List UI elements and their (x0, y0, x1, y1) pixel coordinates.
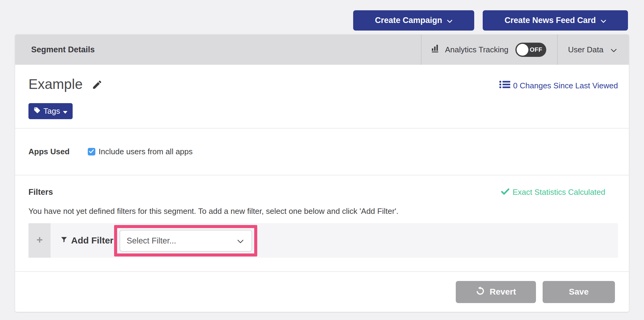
funnel-icon (60, 235, 68, 246)
tag-icon (34, 106, 41, 116)
exact-statistics-label: Exact Statistics Calculated (513, 188, 605, 197)
segment-name: Example (28, 76, 83, 92)
revert-icon (476, 286, 485, 298)
annotation-highlight-box: Select Filter... (114, 225, 257, 256)
save-button[interactable]: Save (543, 281, 615, 303)
create-campaign-label: Create Campaign (375, 16, 442, 25)
filters-section: Filters Exact Statistics Calculated You … (15, 175, 629, 271)
revert-button-label: Revert (490, 287, 516, 297)
segment-title-section: Example 0 Changes Since Last Viewed (15, 65, 629, 128)
include-all-apps-label: Include users from all apps (99, 147, 193, 156)
exact-statistics-status: Exact Statistics Calculated (501, 188, 605, 197)
create-news-feed-card-label: Create News Feed Card (504, 16, 596, 25)
add-filter-plus-button[interactable] (28, 223, 51, 258)
revert-button[interactable]: Revert (456, 281, 536, 303)
chevron-down-icon (237, 236, 244, 246)
filters-heading: Filters (28, 188, 53, 197)
card-footer: Revert Save (15, 271, 629, 312)
plus-icon (36, 237, 43, 244)
apps-used-section: Apps Used Include users from all apps (15, 128, 629, 175)
check-icon (501, 188, 509, 197)
bar-chart-icon (431, 44, 440, 55)
tags-button[interactable]: Tags (28, 103, 73, 119)
list-icon (499, 80, 510, 91)
analytics-tracking-toggle[interactable]: OFF (515, 43, 546, 57)
caret-down-icon (63, 106, 67, 116)
toggle-state-label: OFF (530, 46, 542, 53)
card-header: Segment Details Analytics Tracking OFF U… (15, 34, 629, 65)
page-title: Segment Details (31, 45, 421, 54)
analytics-tracking-section: Analytics Tracking OFF (422, 43, 557, 57)
add-filter-label-group: Add Filter (60, 235, 113, 246)
chevron-down-icon (611, 45, 617, 54)
changes-link-label: 0 Changes Since Last Viewed (513, 81, 618, 90)
chevron-down-icon (447, 16, 452, 25)
user-data-label: User Data (568, 45, 603, 54)
changes-since-last-viewed-link[interactable]: 0 Changes Since Last Viewed (499, 80, 618, 91)
filter-select-dropdown[interactable]: Select Filter... (120, 230, 252, 252)
apps-used-label: Apps Used (28, 147, 70, 156)
include-all-apps-checkbox[interactable] (88, 148, 95, 155)
pencil-icon (92, 87, 103, 91)
add-filter-row: Add Filter Select Filter... (28, 223, 618, 258)
chevron-down-icon (601, 16, 606, 25)
edit-name-button[interactable] (92, 79, 103, 91)
segment-details-card: Segment Details Analytics Tracking OFF U… (15, 34, 629, 312)
save-button-label: Save (569, 287, 589, 297)
create-news-feed-card-button[interactable]: Create News Feed Card (483, 10, 628, 31)
toggle-knob (517, 44, 528, 56)
add-filter-label: Add Filter (71, 235, 113, 246)
filters-empty-message: You have not yet defined filters for thi… (28, 207, 618, 216)
filter-select-value: Select Filter... (127, 236, 176, 246)
user-data-dropdown[interactable]: User Data (558, 45, 629, 54)
analytics-tracking-label: Analytics Tracking (445, 45, 508, 54)
tags-button-label: Tags (44, 106, 60, 116)
check-icon (89, 149, 94, 155)
create-campaign-button[interactable]: Create Campaign (353, 10, 474, 31)
